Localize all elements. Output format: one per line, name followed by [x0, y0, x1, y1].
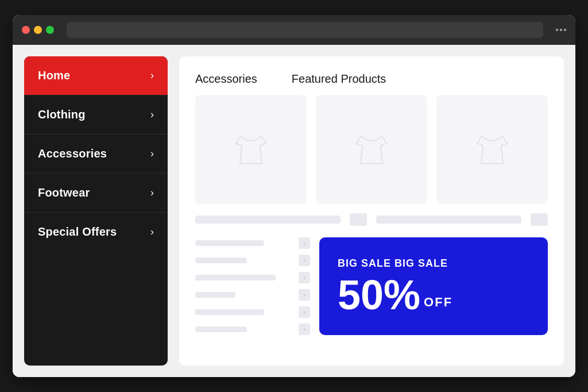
product-icon-1	[231, 128, 271, 171]
product-label-1	[195, 216, 341, 224]
product-list: › › › › ›	[195, 237, 310, 335]
sale-banner[interactable]: BIG SALE BIG SALE 50% OFF	[319, 237, 548, 335]
product-card-1[interactable]	[195, 95, 307, 204]
accessories-section-title: Accessories	[195, 72, 257, 86]
list-row-1: ›	[195, 237, 310, 249]
maximize-button[interactable]	[46, 26, 54, 34]
list-bar-5	[195, 309, 264, 315]
address-bar[interactable]	[67, 22, 543, 38]
chevron-icon-clothing: ›	[150, 109, 154, 121]
product-cards-row	[195, 95, 548, 204]
sidebar-label-footwear: Footwear	[38, 186, 90, 199]
browser-menu	[556, 29, 566, 31]
browser-titlebar	[13, 15, 575, 45]
product-action-row	[195, 213, 548, 226]
sale-top-text: BIG SALE BIG SALE	[338, 258, 529, 270]
main-content: Accessories Featured Products	[179, 56, 564, 366]
chevron-icon-special-offers: ›	[150, 226, 154, 238]
sidebar-item-special-offers[interactable]: Special Offers ›	[24, 213, 168, 251]
sidebar-item-home[interactable]: Home ›	[24, 56, 168, 95]
sidebar-item-footwear[interactable]: Footwear ›	[24, 174, 168, 213]
list-row-5: ›	[195, 306, 310, 318]
chevron-icon-accessories: ›	[150, 148, 154, 160]
list-row-6: ›	[195, 324, 310, 335]
list-row-4: ›	[195, 289, 310, 301]
list-chevron-6[interactable]: ›	[299, 324, 310, 335]
list-chevron-4[interactable]: ›	[299, 289, 310, 301]
bottom-section: › › › › ›	[195, 237, 548, 335]
list-chevron-5[interactable]: ›	[299, 306, 310, 318]
browser-content: Home › Clothing › Accessories › Footwear…	[13, 45, 575, 377]
list-bar-6	[195, 326, 247, 332]
sidebar-label-special-offers: Special Offers	[38, 225, 117, 239]
product-icon-2	[351, 128, 392, 171]
menu-dot-1	[556, 29, 558, 31]
list-bar-3	[195, 275, 276, 280]
list-row-2: ›	[195, 255, 310, 266]
sale-discount-row: 50% OFF	[338, 274, 529, 316]
product-btn-2[interactable]	[531, 213, 548, 226]
sidebar-item-clothing[interactable]: Clothing ›	[24, 95, 168, 134]
product-label-2	[376, 216, 521, 224]
sale-percent: 50%	[338, 274, 420, 316]
menu-dot-2	[560, 29, 562, 31]
list-bar-2	[195, 258, 247, 263]
traffic-lights	[22, 26, 54, 34]
product-btn-1[interactable]	[350, 213, 367, 226]
list-chevron-1[interactable]: ›	[299, 237, 310, 249]
list-bar-1	[195, 240, 264, 246]
list-bar-4	[195, 292, 235, 298]
sidebar-label-home: Home	[38, 69, 70, 82]
close-button[interactable]	[22, 26, 30, 34]
featured-products-title: Featured Products	[292, 72, 386, 86]
sidebar-item-accessories[interactable]: Accessories ›	[24, 134, 168, 174]
product-icon-3	[472, 128, 512, 171]
chevron-icon-home: ›	[150, 70, 154, 82]
sidebar-label-accessories: Accessories	[38, 147, 107, 160]
menu-dot-3	[564, 29, 566, 31]
product-card-2[interactable]	[316, 95, 427, 204]
section-headers: Accessories Featured Products	[195, 72, 548, 86]
sidebar-label-clothing: Clothing	[38, 108, 86, 121]
sidebar: Home › Clothing › Accessories › Footwear…	[24, 56, 168, 366]
sale-off-label: OFF	[424, 295, 452, 310]
list-chevron-2[interactable]: ›	[299, 255, 310, 266]
list-row-3: ›	[195, 272, 310, 283]
minimize-button[interactable]	[34, 26, 42, 34]
list-chevron-3[interactable]: ›	[299, 272, 310, 283]
chevron-icon-footwear: ›	[150, 187, 154, 199]
browser-window: Home › Clothing › Accessories › Footwear…	[13, 15, 575, 377]
product-card-3[interactable]	[436, 95, 548, 204]
